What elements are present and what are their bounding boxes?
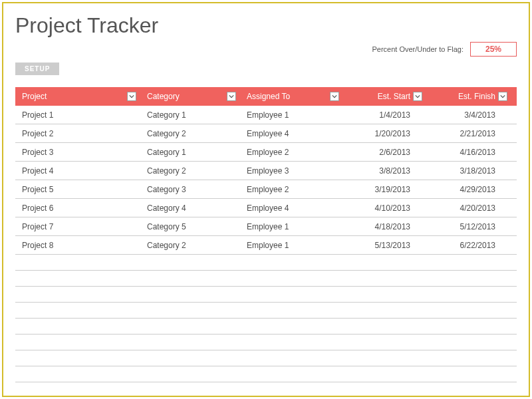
- cell-est_finish[interactable]: 2/21/2013: [426, 129, 511, 138]
- column-header-assigned[interactable]: Assigned To: [240, 92, 343, 101]
- cell-project[interactable]: Project 2: [15, 129, 140, 138]
- flag-label: Percent Over/Under to Flag:: [372, 45, 464, 53]
- cell-assigned[interactable]: Employee 1: [240, 110, 343, 120]
- filter-dropdown-icon[interactable]: [413, 92, 422, 101]
- cell-est_finish[interactable]: 6/22/2013: [426, 241, 511, 250]
- cell-category[interactable]: Category 3: [140, 185, 240, 194]
- cell-category[interactable]: Category 1: [140, 148, 240, 157]
- cell-est_start[interactable]: 3/19/2013: [343, 185, 426, 194]
- cell-project[interactable]: Project 7: [15, 222, 140, 231]
- table-body: Project 1Category 1Employee 11/4/20133/4…: [15, 106, 517, 382]
- column-header-est-finish[interactable]: Est. Finish: [426, 92, 511, 101]
- table-row[interactable]: Project 7Category 5Employee 14/18/20135/…: [15, 217, 517, 236]
- cell-assigned[interactable]: Employee 1: [240, 222, 343, 231]
- flag-row: Percent Over/Under to Flag: 25%: [15, 42, 517, 57]
- project-table: Project Category Assigned To Est. Start: [15, 87, 517, 382]
- table-row-empty[interactable]: [15, 319, 517, 334]
- table-row-empty[interactable]: [15, 287, 517, 303]
- table-row[interactable]: Project 4Category 2Employee 33/8/20133/1…: [15, 162, 517, 180]
- cell-est_finish[interactable]: 4/29/2013: [426, 185, 511, 194]
- cell-category[interactable]: Category 4: [140, 203, 240, 213]
- cell-est_finish[interactable]: 3/18/2013: [426, 166, 511, 176]
- column-label: Project: [22, 92, 47, 101]
- setup-button[interactable]: SETUP: [15, 63, 59, 75]
- column-label: Category: [147, 92, 180, 101]
- cell-assigned[interactable]: Employee 2: [240, 148, 343, 157]
- cell-est_start[interactable]: 1/20/2013: [343, 129, 426, 138]
- table-row[interactable]: Project 6Category 4Employee 44/10/20134/…: [15, 199, 517, 217]
- table-row-empty[interactable]: [15, 350, 517, 366]
- column-header-category[interactable]: Category: [140, 92, 240, 101]
- cell-project[interactable]: Project 1: [15, 110, 140, 120]
- cell-category[interactable]: Category 5: [140, 222, 240, 231]
- column-label: Est. Start: [350, 92, 410, 101]
- cell-est_finish[interactable]: 3/4/2013: [426, 110, 511, 120]
- table-row[interactable]: Project 2Category 2Employee 41/20/20132/…: [15, 124, 517, 143]
- cell-project[interactable]: Project 4: [15, 166, 140, 176]
- cell-category[interactable]: Category 2: [140, 129, 240, 138]
- page-title: Project Tracker: [15, 13, 517, 38]
- cell-project[interactable]: Project 6: [15, 203, 140, 213]
- table-row-empty[interactable]: [15, 366, 517, 382]
- cell-est_start[interactable]: 3/8/2013: [343, 166, 426, 176]
- column-header-project[interactable]: Project: [15, 92, 140, 101]
- table-row[interactable]: Project 8Category 2Employee 15/13/20136/…: [15, 236, 517, 255]
- filter-dropdown-icon[interactable]: [498, 92, 507, 101]
- column-label: Assigned To: [247, 92, 290, 101]
- cell-category[interactable]: Category 2: [140, 241, 240, 250]
- filter-dropdown-icon[interactable]: [127, 92, 136, 101]
- column-label: Est. Finish: [433, 92, 495, 101]
- table-row[interactable]: Project 1Category 1Employee 11/4/20133/4…: [15, 106, 517, 124]
- table-row-empty[interactable]: [15, 271, 517, 287]
- table-row-empty[interactable]: [15, 255, 517, 271]
- cell-project[interactable]: Project 5: [15, 185, 140, 194]
- table-row[interactable]: Project 3Category 1Employee 22/6/20134/1…: [15, 143, 517, 162]
- filter-dropdown-icon[interactable]: [227, 92, 236, 101]
- cell-project[interactable]: Project 3: [15, 148, 140, 157]
- cell-est_finish[interactable]: 5/12/2013: [426, 222, 511, 231]
- cell-assigned[interactable]: Employee 3: [240, 166, 343, 176]
- cell-category[interactable]: Category 2: [140, 166, 240, 176]
- cell-assigned[interactable]: Employee 2: [240, 185, 343, 194]
- cell-est_start[interactable]: 4/10/2013: [343, 203, 426, 213]
- cell-est_finish[interactable]: 4/20/2013: [426, 203, 511, 213]
- table-row-empty[interactable]: [15, 334, 517, 350]
- cell-assigned[interactable]: Employee 4: [240, 129, 343, 138]
- table-header: Project Category Assigned To Est. Start: [15, 87, 517, 106]
- cell-project[interactable]: Project 8: [15, 241, 140, 250]
- cell-est_start[interactable]: 1/4/2013: [343, 110, 426, 120]
- cell-est_finish[interactable]: 4/16/2013: [426, 148, 511, 157]
- cell-assigned[interactable]: Employee 1: [240, 241, 343, 250]
- cell-est_start[interactable]: 2/6/2013: [343, 148, 426, 157]
- column-header-est-start[interactable]: Est. Start: [343, 92, 426, 101]
- table-row-empty[interactable]: [15, 303, 517, 319]
- cell-est_start[interactable]: 4/18/2013: [343, 222, 426, 231]
- cell-est_start[interactable]: 5/13/2013: [343, 241, 426, 250]
- table-row[interactable]: Project 5Category 3Employee 23/19/20134/…: [15, 180, 517, 199]
- filter-dropdown-icon[interactable]: [330, 92, 339, 101]
- cell-category[interactable]: Category 1: [140, 110, 240, 120]
- flag-value[interactable]: 25%: [470, 42, 517, 57]
- cell-assigned[interactable]: Employee 4: [240, 203, 343, 213]
